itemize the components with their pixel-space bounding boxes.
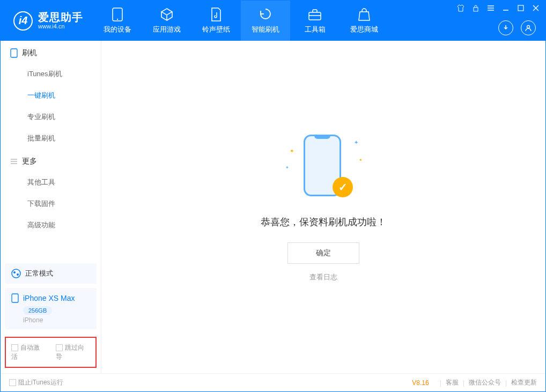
tab-store[interactable]: 爱思商城 [340,1,389,41]
tab-toolbox[interactable]: 工具箱 [290,1,340,41]
support-link[interactable]: 客服 [446,378,459,387]
sidebar-item-other-tools[interactable]: 其他工具 [1,172,101,193]
refresh-shield-icon [259,8,272,21]
lock-icon[interactable] [471,4,480,12]
app-subtitle: www.i4.cn [38,23,83,29]
device-info[interactable]: iPhone XS Max 256GB iPhone [5,288,97,329]
sidebar-item-advanced[interactable]: 高级功能 [1,215,101,236]
mode-indicator[interactable]: 正常模式 [5,263,97,284]
titlebar: i4 爱思助手 www.i4.cn 我的设备 应用游戏 铃声壁纸 智能刷机 [1,1,545,41]
logo-icon: i4 [13,11,33,31]
view-log-link[interactable]: 查看日志 [309,272,337,282]
success-illustration: ✓ ✦✦✦✦ [283,132,364,202]
svg-rect-13 [11,49,17,57]
sidebar-item-itunes-flash[interactable]: iTunes刷机 [1,63,101,85]
cube-icon [160,8,174,21]
svg-point-12 [527,26,530,28]
tab-label: 应用游戏 [153,25,181,34]
auto-activate-checkbox[interactable]: 自动激活 [11,343,46,361]
tab-smart-flash[interactable]: 智能刷机 [241,1,290,41]
close-button[interactable] [532,4,540,12]
tshirt-icon[interactable] [456,4,465,12]
sidebar-item-pro-flash[interactable]: 专业刷机 [1,106,101,128]
success-message: 恭喜您，保资料刷机成功啦！ [261,216,386,228]
section-label: 刷机 [22,48,37,58]
tab-ringtones[interactable]: 铃声壁纸 [191,1,241,41]
music-file-icon [209,8,223,21]
svg-rect-9 [518,5,523,11]
toolbox-icon [308,8,322,21]
skip-guide-checkbox[interactable]: 跳过向导 [56,343,91,361]
mode-label: 正常模式 [25,269,53,278]
wechat-link[interactable]: 微信公众号 [469,378,501,387]
svg-point-1 [117,18,118,19]
check-update-link[interactable]: 检查更新 [511,378,537,387]
capacity-badge: 256GB [23,306,52,315]
check-icon: ✓ [333,177,353,197]
svg-rect-4 [474,8,478,11]
section-label: 更多 [22,157,37,166]
maximize-button[interactable] [517,4,525,12]
app-title: 爱思助手 [38,11,83,23]
tab-apps[interactable]: 应用游戏 [142,1,191,41]
device-icon [110,8,124,21]
mode-icon [11,269,21,278]
flash-options-highlighted: 自动激活 跳过向导 [5,337,97,368]
sidebar: 刷机 iTunes刷机 一键刷机 专业刷机 批量刷机 更多 其他工具 下载固件 … [1,41,101,373]
bag-icon [357,8,371,21]
ok-button[interactable]: 确定 [287,242,359,264]
block-itunes-checkbox[interactable]: 阻止iTunes运行 [9,378,63,387]
device-name-label: iPhone XS Max [23,294,75,302]
version-label: V8.16 [412,379,429,387]
tab-label: 智能刷机 [252,25,279,34]
svg-point-18 [13,271,16,273]
tab-label: 工具箱 [305,25,326,34]
phone-small-icon [10,48,18,58]
sidebar-item-oneclick-flash[interactable]: 一键刷机 [1,85,101,106]
sidebar-section-more: 更多 [1,149,101,172]
sidebar-item-download-firmware[interactable]: 下载固件 [1,193,101,215]
titlebar-actions [498,20,536,35]
tab-label: 铃声壁纸 [202,25,230,34]
main-content: ✓ ✦✦✦✦ 恭喜您，保资料刷机成功啦！ 确定 查看日志 [101,41,545,373]
app-logo: i4 爱思助手 www.i4.cn [1,11,93,31]
svg-rect-2 [309,12,321,20]
sidebar-item-batch-flash[interactable]: 批量刷机 [1,128,101,149]
app-window: i4 爱思助手 www.i4.cn 我的设备 应用游戏 铃声壁纸 智能刷机 [0,0,546,392]
tab-label: 爱思商城 [350,25,378,34]
tab-my-device[interactable]: 我的设备 [93,1,142,41]
svg-point-19 [17,273,19,276]
device-small-icon [11,293,19,303]
minimize-button[interactable] [501,4,510,12]
statusbar: 阻止iTunes运行 V8.16 | 客服 | 微信公众号 | 检查更新 [1,373,545,391]
svg-point-17 [12,269,20,278]
block-itunes-label: 阻止iTunes运行 [18,379,63,386]
svg-rect-20 [12,294,18,302]
tab-label: 我的设备 [104,25,131,34]
account-button[interactable] [521,20,536,35]
download-button[interactable] [498,20,513,35]
body: 刷机 iTunes刷机 一键刷机 专业刷机 批量刷机 更多 其他工具 下载固件 … [1,41,545,373]
sidebar-section-flash: 刷机 [1,41,101,63]
device-type-label: iPhone [23,316,90,324]
list-icon [10,158,18,165]
menu-icon[interactable] [486,4,495,12]
window-controls [456,4,540,12]
main-tabs: 我的设备 应用游戏 铃声壁纸 智能刷机 工具箱 爱思商城 [93,1,389,41]
